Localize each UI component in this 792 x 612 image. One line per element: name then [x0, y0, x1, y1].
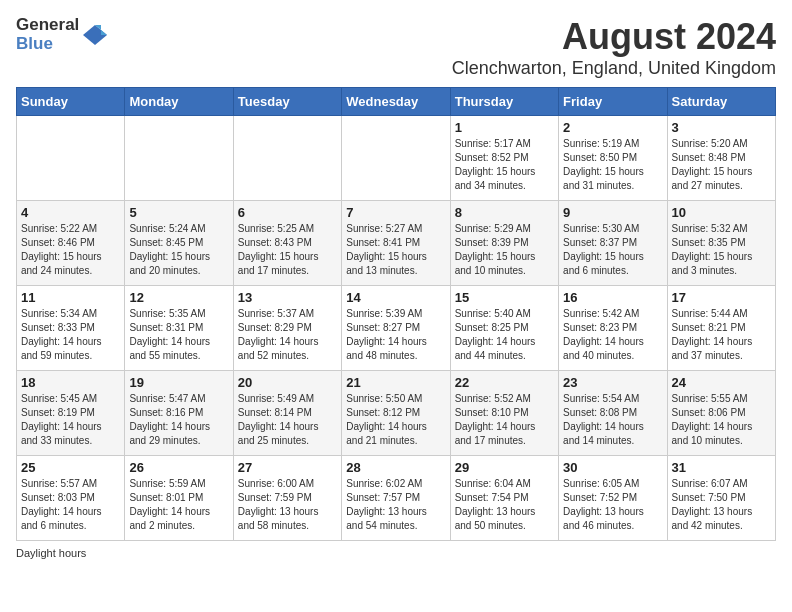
- day-info: Sunrise: 6:05 AM Sunset: 7:52 PM Dayligh…: [563, 477, 662, 533]
- day-info: Sunrise: 5:59 AM Sunset: 8:01 PM Dayligh…: [129, 477, 228, 533]
- day-info: Sunrise: 5:39 AM Sunset: 8:27 PM Dayligh…: [346, 307, 445, 363]
- day-info: Sunrise: 5:19 AM Sunset: 8:50 PM Dayligh…: [563, 137, 662, 193]
- day-number: 11: [21, 290, 120, 305]
- calendar-cell: 17Sunrise: 5:44 AM Sunset: 8:21 PM Dayli…: [667, 286, 775, 371]
- calendar-cell: 11Sunrise: 5:34 AM Sunset: 8:33 PM Dayli…: [17, 286, 125, 371]
- calendar-day-header: Saturday: [667, 88, 775, 116]
- day-info: Sunrise: 5:54 AM Sunset: 8:08 PM Dayligh…: [563, 392, 662, 448]
- day-number: 18: [21, 375, 120, 390]
- day-number: 15: [455, 290, 554, 305]
- day-number: 22: [455, 375, 554, 390]
- calendar-cell: 18Sunrise: 5:45 AM Sunset: 8:19 PM Dayli…: [17, 371, 125, 456]
- day-info: Sunrise: 5:55 AM Sunset: 8:06 PM Dayligh…: [672, 392, 771, 448]
- day-number: 13: [238, 290, 337, 305]
- logo-general: General: [16, 16, 79, 35]
- calendar-cell: 21Sunrise: 5:50 AM Sunset: 8:12 PM Dayli…: [342, 371, 450, 456]
- calendar-cell: 4Sunrise: 5:22 AM Sunset: 8:46 PM Daylig…: [17, 201, 125, 286]
- day-info: Sunrise: 5:44 AM Sunset: 8:21 PM Dayligh…: [672, 307, 771, 363]
- day-info: Sunrise: 5:42 AM Sunset: 8:23 PM Dayligh…: [563, 307, 662, 363]
- calendar-cell: 9Sunrise: 5:30 AM Sunset: 8:37 PM Daylig…: [559, 201, 667, 286]
- day-number: 2: [563, 120, 662, 135]
- day-number: 30: [563, 460, 662, 475]
- day-info: Sunrise: 5:49 AM Sunset: 8:14 PM Dayligh…: [238, 392, 337, 448]
- day-number: 20: [238, 375, 337, 390]
- calendar-cell: 7Sunrise: 5:27 AM Sunset: 8:41 PM Daylig…: [342, 201, 450, 286]
- calendar-cell: 5Sunrise: 5:24 AM Sunset: 8:45 PM Daylig…: [125, 201, 233, 286]
- day-number: 31: [672, 460, 771, 475]
- day-info: Sunrise: 5:22 AM Sunset: 8:46 PM Dayligh…: [21, 222, 120, 278]
- day-number: 5: [129, 205, 228, 220]
- day-number: 29: [455, 460, 554, 475]
- calendar-cell: 30Sunrise: 6:05 AM Sunset: 7:52 PM Dayli…: [559, 456, 667, 541]
- calendar-day-header: Friday: [559, 88, 667, 116]
- day-info: Sunrise: 6:02 AM Sunset: 7:57 PM Dayligh…: [346, 477, 445, 533]
- day-info: Sunrise: 5:34 AM Sunset: 8:33 PM Dayligh…: [21, 307, 120, 363]
- day-number: 1: [455, 120, 554, 135]
- day-number: 28: [346, 460, 445, 475]
- calendar-day-header: Tuesday: [233, 88, 341, 116]
- calendar-day-header: Monday: [125, 88, 233, 116]
- day-info: Sunrise: 5:40 AM Sunset: 8:25 PM Dayligh…: [455, 307, 554, 363]
- day-number: 7: [346, 205, 445, 220]
- day-info: Sunrise: 5:30 AM Sunset: 8:37 PM Dayligh…: [563, 222, 662, 278]
- day-info: Sunrise: 5:45 AM Sunset: 8:19 PM Dayligh…: [21, 392, 120, 448]
- calendar-cell: 10Sunrise: 5:32 AM Sunset: 8:35 PM Dayli…: [667, 201, 775, 286]
- day-number: 26: [129, 460, 228, 475]
- day-number: 23: [563, 375, 662, 390]
- day-info: Sunrise: 5:50 AM Sunset: 8:12 PM Dayligh…: [346, 392, 445, 448]
- day-info: Sunrise: 6:04 AM Sunset: 7:54 PM Dayligh…: [455, 477, 554, 533]
- calendar-cell: 19Sunrise: 5:47 AM Sunset: 8:16 PM Dayli…: [125, 371, 233, 456]
- page-subtitle: Clenchwarton, England, United Kingdom: [452, 58, 776, 79]
- day-info: Sunrise: 5:17 AM Sunset: 8:52 PM Dayligh…: [455, 137, 554, 193]
- calendar-cell: 16Sunrise: 5:42 AM Sunset: 8:23 PM Dayli…: [559, 286, 667, 371]
- day-number: 17: [672, 290, 771, 305]
- day-number: 16: [563, 290, 662, 305]
- day-info: Sunrise: 5:20 AM Sunset: 8:48 PM Dayligh…: [672, 137, 771, 193]
- day-number: 21: [346, 375, 445, 390]
- page-header: General Blue August 2024 Clenchwarton, E…: [16, 16, 776, 79]
- logo-blue: Blue: [16, 35, 79, 54]
- day-info: Sunrise: 5:24 AM Sunset: 8:45 PM Dayligh…: [129, 222, 228, 278]
- calendar-week-row: 1Sunrise: 5:17 AM Sunset: 8:52 PM Daylig…: [17, 116, 776, 201]
- logo: General Blue: [16, 16, 109, 53]
- calendar-table: SundayMondayTuesdayWednesdayThursdayFrid…: [16, 87, 776, 541]
- calendar-week-row: 25Sunrise: 5:57 AM Sunset: 8:03 PM Dayli…: [17, 456, 776, 541]
- calendar-cell: 15Sunrise: 5:40 AM Sunset: 8:25 PM Dayli…: [450, 286, 558, 371]
- day-number: 14: [346, 290, 445, 305]
- calendar-cell: 26Sunrise: 5:59 AM Sunset: 8:01 PM Dayli…: [125, 456, 233, 541]
- day-number: 3: [672, 120, 771, 135]
- day-info: Sunrise: 5:32 AM Sunset: 8:35 PM Dayligh…: [672, 222, 771, 278]
- calendar-cell: 25Sunrise: 5:57 AM Sunset: 8:03 PM Dayli…: [17, 456, 125, 541]
- calendar-cell: 24Sunrise: 5:55 AM Sunset: 8:06 PM Dayli…: [667, 371, 775, 456]
- calendar-week-row: 11Sunrise: 5:34 AM Sunset: 8:33 PM Dayli…: [17, 286, 776, 371]
- day-number: 25: [21, 460, 120, 475]
- calendar-cell: 27Sunrise: 6:00 AM Sunset: 7:59 PM Dayli…: [233, 456, 341, 541]
- calendar-cell: 8Sunrise: 5:29 AM Sunset: 8:39 PM Daylig…: [450, 201, 558, 286]
- day-number: 10: [672, 205, 771, 220]
- calendar-cell: 28Sunrise: 6:02 AM Sunset: 7:57 PM Dayli…: [342, 456, 450, 541]
- day-number: 19: [129, 375, 228, 390]
- logo-flag-icon: [81, 21, 109, 49]
- calendar-cell: [17, 116, 125, 201]
- day-info: Sunrise: 5:29 AM Sunset: 8:39 PM Dayligh…: [455, 222, 554, 278]
- footer-note: Daylight hours: [16, 547, 776, 559]
- day-number: 6: [238, 205, 337, 220]
- calendar-cell: 14Sunrise: 5:39 AM Sunset: 8:27 PM Dayli…: [342, 286, 450, 371]
- calendar-cell: 1Sunrise: 5:17 AM Sunset: 8:52 PM Daylig…: [450, 116, 558, 201]
- day-info: Sunrise: 5:35 AM Sunset: 8:31 PM Dayligh…: [129, 307, 228, 363]
- calendar-cell: 3Sunrise: 5:20 AM Sunset: 8:48 PM Daylig…: [667, 116, 775, 201]
- calendar-cell: 13Sunrise: 5:37 AM Sunset: 8:29 PM Dayli…: [233, 286, 341, 371]
- calendar-day-header: Sunday: [17, 88, 125, 116]
- calendar-cell: [342, 116, 450, 201]
- title-block: August 2024 Clenchwarton, England, Unite…: [452, 16, 776, 79]
- day-info: Sunrise: 5:47 AM Sunset: 8:16 PM Dayligh…: [129, 392, 228, 448]
- calendar-day-header: Thursday: [450, 88, 558, 116]
- day-number: 12: [129, 290, 228, 305]
- day-number: 4: [21, 205, 120, 220]
- day-number: 27: [238, 460, 337, 475]
- day-number: 9: [563, 205, 662, 220]
- day-info: Sunrise: 5:25 AM Sunset: 8:43 PM Dayligh…: [238, 222, 337, 278]
- calendar-cell: 22Sunrise: 5:52 AM Sunset: 8:10 PM Dayli…: [450, 371, 558, 456]
- day-info: Sunrise: 6:00 AM Sunset: 7:59 PM Dayligh…: [238, 477, 337, 533]
- calendar-cell: 29Sunrise: 6:04 AM Sunset: 7:54 PM Dayli…: [450, 456, 558, 541]
